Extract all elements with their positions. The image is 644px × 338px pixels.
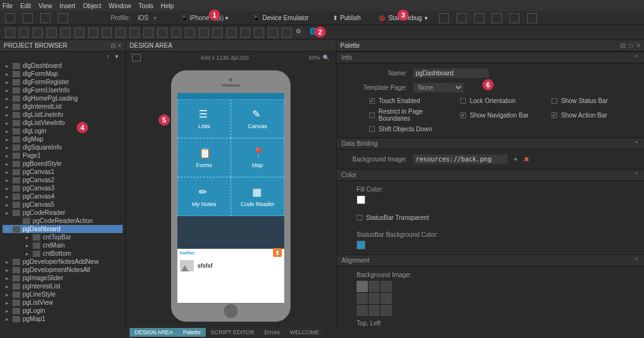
collapse-icon[interactable]: ⌃ (634, 54, 639, 61)
tool-button[interactable] (5, 28, 15, 38)
zoom-icon[interactable]: 🔍 (323, 55, 330, 61)
tree-item[interactable]: ▸dlgDashboard (3, 62, 123, 70)
toolbar-button[interactable] (492, 13, 502, 23)
bottom-tab[interactable]: SCRIPT EDITOR (206, 328, 259, 337)
expand-icon[interactable]: ▸ (4, 259, 10, 265)
device-select[interactable]: 📱 iPhone 5 (s) ▾ (180, 14, 228, 21)
expand-icon[interactable]: ▸ (4, 308, 10, 314)
dashboard-tile[interactable]: 📍Map (231, 138, 284, 177)
toolbar-button[interactable] (5, 13, 15, 23)
tree-item[interactable]: ▸pgCanvas4 (3, 192, 123, 200)
menu-tools[interactable]: Tools (138, 3, 153, 9)
tree-item[interactable]: ▸pgLogin (3, 307, 123, 315)
expand-icon[interactable]: ▸ (4, 169, 10, 175)
toolbar-button[interactable] (474, 13, 484, 23)
menu-object[interactable]: Object (83, 3, 101, 9)
menu-help[interactable]: Help (161, 3, 174, 9)
tree-item[interactable]: ▸dlgHomePgLoading (3, 94, 123, 102)
tool-button[interactable] (88, 28, 98, 38)
expand-icon[interactable]: ▸ (4, 136, 10, 143)
toolbar-button[interactable] (23, 13, 33, 23)
tool-button[interactable] (33, 28, 43, 38)
monitor-icon[interactable] (132, 54, 141, 62)
expand-icon[interactable]: ▸ (4, 112, 10, 118)
expand-icon[interactable]: ▸ (4, 120, 10, 126)
tool-button[interactable] (226, 28, 236, 38)
tool-button[interactable] (130, 28, 140, 38)
expand-icon[interactable]: ▸ (4, 292, 10, 298)
expand-icon[interactable]: ▸ (4, 283, 10, 290)
fill-color-swatch[interactable] (357, 195, 365, 204)
toolbar-button[interactable] (40, 13, 50, 23)
device-emulator-button[interactable]: 📱 Device Emulator (252, 14, 308, 21)
expand-icon[interactable]: ▸ (4, 316, 10, 322)
expand-icon[interactable]: ▸ (4, 79, 10, 85)
tree-item[interactable]: ▸pgCanvas3 (3, 184, 123, 192)
dashboard-tile[interactable]: ▦Code Reader (231, 177, 284, 216)
tree-item[interactable]: ▸pgCanvas1 (3, 168, 123, 176)
expand-icon[interactable]: ▸ (4, 87, 10, 94)
toolbar-button[interactable] (457, 13, 467, 23)
checkbox-row[interactable]: Lock Orientation (460, 97, 545, 104)
alignment-grid[interactable] (357, 281, 392, 316)
tree-item[interactable]: ▸pgCanvas2 (3, 176, 123, 184)
close-icon[interactable]: ⊟ × (111, 42, 121, 49)
tool-button[interactable] (268, 28, 278, 38)
tree-item[interactable]: ▸dlgFormRegister (3, 78, 123, 86)
tree-item[interactable]: ▸pgInterestList (3, 282, 123, 290)
expand-icon[interactable]: ▸ (24, 234, 30, 241)
tree-item[interactable]: ▸cntBottom (3, 249, 123, 258)
name-input[interactable] (413, 68, 489, 78)
tool-button[interactable] (116, 28, 126, 38)
tool-button[interactable] (143, 28, 153, 38)
tool-button[interactable] (74, 28, 84, 38)
menu-view[interactable]: View (38, 3, 52, 9)
checkbox[interactable]: ✓ (460, 112, 466, 118)
maximize-icon[interactable]: □ (629, 42, 633, 49)
tool-button[interactable] (47, 28, 57, 38)
tool-button[interactable] (185, 28, 195, 38)
expand-icon[interactable]: ▸ (4, 95, 10, 102)
checkbox[interactable]: ✓ (552, 112, 557, 118)
collapse-icon[interactable]: ⌃ (634, 257, 639, 264)
checkbox[interactable] (369, 126, 375, 132)
remove-icon[interactable]: ✖ (524, 156, 529, 163)
expand-icon[interactable]: ▾ (4, 226, 10, 232)
tool-button[interactable] (240, 28, 250, 38)
expand-icon[interactable]: ▸ (4, 177, 10, 183)
checkbox[interactable]: ✓ (369, 98, 375, 104)
tree-item[interactable]: ▸pgImageSlider (3, 274, 123, 282)
tree-item[interactable]: pgCodeReaderAction (3, 217, 123, 225)
up-arrow-icon[interactable]: ⬆ (273, 248, 282, 257)
checkbox-row[interactable]: ✓Show Navigation Bar (460, 108, 545, 122)
expand-icon[interactable]: ▸ (24, 251, 30, 257)
collapse-icon[interactable]: ↕ (106, 53, 113, 59)
collapse-icon[interactable]: ⌃ (634, 140, 639, 147)
statusbar-color-swatch[interactable] (357, 241, 365, 249)
toolbar-button[interactable] (527, 13, 537, 23)
tool-button[interactable] (157, 28, 167, 38)
bottom-tab[interactable]: DESIGN AREA (130, 328, 178, 337)
expand-icon[interactable]: ▸ (4, 194, 10, 200)
tree-item[interactable]: ▸dlgMap (3, 135, 123, 143)
gear-icon[interactable]: ⚙ (296, 28, 306, 38)
bottom-tab[interactable]: WELCOME (285, 328, 325, 337)
expand-icon[interactable]: ▸ (4, 71, 10, 77)
expand-icon[interactable]: ▸ (4, 128, 10, 134)
checkbox-row[interactable]: ✓Show Action Bar (552, 108, 636, 122)
tree-item[interactable]: ▸dlgFormUserInfo (3, 86, 123, 94)
tree-item[interactable]: ▸pgMap1 (3, 315, 123, 323)
expand-icon[interactable]: ▸ (4, 185, 10, 192)
expand-icon[interactable]: ▸ (4, 300, 10, 306)
bottom-tab[interactable]: Errors (259, 328, 285, 337)
dashboard-tile[interactable]: 📋Forms (177, 138, 231, 177)
close-icon[interactable]: × (636, 42, 640, 49)
dashboard-tile[interactable]: ☰Lists (177, 99, 231, 138)
bottom-tab[interactable]: Palette (178, 328, 206, 337)
tree-item[interactable]: ▸cntTopBar (3, 233, 123, 241)
dashboard-tile[interactable]: ✏My Notes (177, 177, 231, 216)
tree-item[interactable]: ▸dlgSquareInfo (3, 143, 123, 151)
filter-icon[interactable]: ▾ (115, 53, 121, 59)
expand-icon[interactable]: ▸ (4, 161, 10, 167)
tree-item[interactable]: ▸Page1 (3, 151, 123, 160)
